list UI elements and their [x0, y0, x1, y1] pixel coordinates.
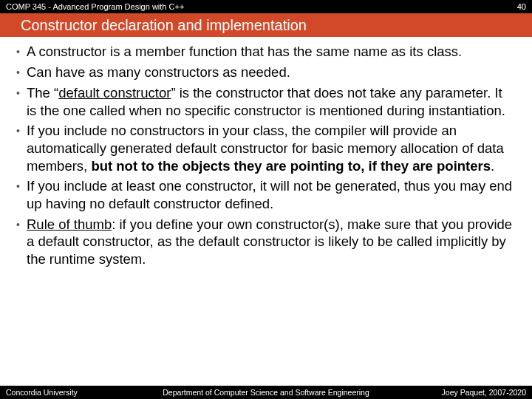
footer-left: Concordia University — [6, 386, 78, 399]
bullet-item: • If you include no constructors in your… — [16, 122, 516, 174]
slide-title: Constructor declaration and implementati… — [21, 17, 307, 34]
bullet-text: A constructor is a member function that … — [27, 43, 516, 61]
underline-text: default constructor — [58, 85, 171, 100]
bullet-dot: • — [16, 177, 27, 212]
bullet-item: • If you include at least one constructo… — [16, 177, 516, 212]
bullet-text: If you include at least one constructor,… — [27, 177, 516, 212]
footer-bar: Concordia University Department of Compu… — [0, 386, 532, 399]
bullet-item: • Can have as many constructors as neede… — [16, 64, 516, 81]
content-area: • A constructor is a member function tha… — [0, 37, 532, 268]
bullet-dot: • — [16, 84, 27, 119]
footer-right: Joey Paquet, 2007-2020 — [442, 386, 526, 399]
footer-center: Department of Computer Science and Softw… — [163, 386, 369, 399]
title-bar: Constructor declaration and implementati… — [0, 13, 532, 37]
bullet-text: The “default constructor” is the constru… — [27, 84, 516, 119]
bullet-text: Rule of thumb: if you define your own co… — [27, 216, 516, 268]
bullet-text: Can have as many constructors as needed. — [27, 64, 516, 81]
bullet-item: • A constructor is a member function tha… — [16, 43, 516, 61]
slide-number: 40 — [517, 0, 526, 13]
bullet-dot: • — [16, 64, 27, 81]
text-fragment: . — [491, 158, 494, 174]
bullet-item: • The “default constructor” is the const… — [16, 84, 516, 119]
underline-text: Rule of thumb — [27, 216, 112, 232]
bullet-dot: • — [16, 43, 27, 61]
text-fragment: The “ — [27, 85, 58, 100]
bold-text: but not to the objects they are pointing… — [91, 158, 491, 174]
slide: COMP 345 - Advanced Program Design with … — [0, 0, 532, 399]
top-bar: COMP 345 - Advanced Program Design with … — [0, 0, 532, 13]
bullet-item: • Rule of thumb: if you define your own … — [16, 216, 516, 268]
course-label: COMP 345 - Advanced Program Design with … — [6, 0, 184, 13]
bullet-dot: • — [16, 216, 27, 268]
bullet-dot: • — [16, 122, 27, 174]
bullet-text: If you include no constructors in your c… — [27, 122, 516, 174]
